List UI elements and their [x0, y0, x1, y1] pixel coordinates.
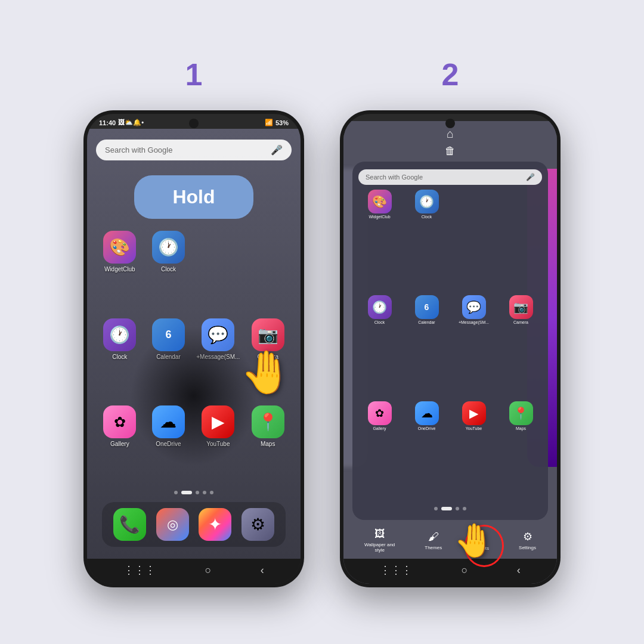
p2-calendar-label: Calendar: [418, 320, 435, 324]
themes-label: Themes: [425, 545, 442, 550]
dock-photos[interactable]: ✦: [196, 508, 234, 541]
bottom-menu: 🖼 Wallpaper andstyle 🖌 Themes ⊞ Widgets: [349, 523, 551, 556]
p2-clock-icon-2: 🕐: [368, 295, 392, 319]
dock-dots-1: [96, 486, 292, 499]
phone-2: ⌂ 🗑 Search with Google 🎤: [340, 110, 561, 587]
p2-maps-icon: 📍: [509, 401, 533, 425]
time-display: 11:40: [99, 119, 116, 126]
p2-gallery-icon: ✿: [368, 401, 392, 425]
dock-settings[interactable]: ⚙: [239, 508, 277, 541]
p2-clock-1[interactable]: 🕐 Clock: [405, 190, 448, 290]
step-2-number: 2: [442, 57, 459, 92]
dot-1: [174, 491, 178, 494]
hold-button[interactable]: Hold: [134, 175, 253, 219]
app-onedrive[interactable]: ☁ OneDrive: [148, 405, 190, 486]
p2-youtube[interactable]: ▶ YouTube: [453, 401, 495, 502]
settings-icon: ⚙: [242, 508, 274, 541]
nav-home-icon-2: ○: [462, 564, 468, 577]
widgetclub-label: WidgetClub: [104, 266, 135, 273]
calendar-icon: 6: [152, 318, 185, 351]
p2-onedrive[interactable]: ☁ OneDrive: [405, 401, 448, 502]
message-icon: 💬: [202, 318, 234, 351]
nav-home-icon: ○: [205, 564, 212, 577]
home-icon-2: ⌂: [349, 127, 551, 141]
app-youtube[interactable]: ▶ YouTube: [196, 405, 240, 486]
app-calendar[interactable]: 6 Calendar: [148, 318, 190, 399]
dot-5: [210, 491, 213, 494]
menu-settings[interactable]: ⚙ Settings: [519, 530, 536, 550]
status-right-1: 📶 53%: [265, 119, 289, 126]
trash-icon[interactable]: 🗑: [349, 145, 551, 157]
home-screen-1: Search with Google 🎤 Hold 🎨 WidgetClub: [87, 129, 301, 559]
phone-2-home: ⌂ 🗑 Search with Google 🎤: [343, 121, 557, 559]
search-bar-1[interactable]: Search with Google 🎤: [96, 140, 292, 160]
p2-message[interactable]: 💬 +Message(SM...: [453, 295, 495, 396]
search-text-1: Search with Google: [105, 145, 172, 154]
step-1: 1 11:40 🖼⛅🔔• 📶 53%: [83, 57, 304, 587]
p2-youtube-label: YouTube: [466, 426, 482, 431]
dot-2: [181, 491, 192, 494]
message-label: +Message(SM...: [196, 354, 240, 360]
dock-chrome[interactable]: ◎: [154, 508, 192, 541]
p2-onedrive-label: OneDrive: [418, 426, 436, 431]
nav-menu-icon: ⋮⋮⋮: [123, 564, 156, 577]
maps-icon: 📍: [252, 405, 284, 438]
battery-text: 53%: [275, 119, 289, 126]
search-text-2: Search with Google: [366, 174, 423, 181]
search-bar-2[interactable]: Search with Google 🎤: [358, 169, 542, 185]
notification-icons: 🖼⛅🔔•: [118, 119, 144, 126]
app-widgetclub[interactable]: 🎨 WidgetClub: [99, 231, 141, 311]
p2-app-grid: 🎨 WidgetClub 🕐 Clock 🕐: [358, 190, 542, 502]
dock-1: 📞 ◎ ✦ ⚙: [102, 502, 286, 547]
p2-gallery-label: Gallery: [373, 426, 386, 431]
nav-back-icon-2: ‹: [517, 564, 521, 577]
menu-wallpaper[interactable]: 🖼 Wallpaper andstyle: [364, 528, 395, 553]
app-clock-2[interactable]: 🕐 Clock: [99, 318, 141, 399]
youtube-label: YouTube: [206, 441, 230, 447]
calendar-label: Calendar: [156, 354, 181, 360]
step-2-header: 2: [442, 57, 459, 98]
step-2: 2 ⌂ 🗑: [340, 57, 561, 587]
photos-icon: ✦: [199, 508, 231, 541]
nav-back-icon: ‹: [261, 564, 264, 577]
menu-themes[interactable]: 🖌 Themes: [425, 531, 442, 550]
app-maps[interactable]: 📍 Maps: [247, 405, 289, 486]
status-left-1: 11:40 🖼⛅🔔•: [99, 119, 144, 126]
p2-camera[interactable]: 📷 Camera: [500, 295, 542, 396]
p2-message-icon: 💬: [462, 295, 486, 319]
p2-calendar[interactable]: 6 Calendar: [405, 295, 448, 396]
wallpaper-label: Wallpaper andstyle: [364, 542, 395, 553]
widgetclub-icon: 🎨: [103, 231, 136, 264]
onedrive-label: OneDrive: [156, 441, 181, 447]
phone-1-notch: [189, 119, 199, 128]
themes-icon: 🖌: [428, 531, 439, 543]
dot2-3: [456, 507, 459, 510]
p2-clock-2[interactable]: 🕐 Clock: [358, 295, 401, 396]
clock-icon-2: 🕐: [103, 318, 136, 351]
maps-label: Maps: [261, 441, 275, 447]
hand-cursor-2: 🤚: [454, 521, 495, 560]
p2-clock-icon-1: 🕐: [415, 190, 439, 213]
app-clock-1[interactable]: 🕐 Clock: [148, 231, 190, 311]
dock-phone[interactable]: 📞: [111, 508, 149, 541]
dot-4: [203, 491, 206, 494]
menu-widgets[interactable]: ⊞ Widgets 🤚: [472, 530, 489, 551]
youtube-icon: ▶: [202, 405, 234, 438]
p2-gallery[interactable]: ✿ Gallery: [358, 401, 401, 502]
p2-maps-label: Maps: [516, 426, 526, 431]
app-gallery[interactable]: ✿ Gallery: [99, 405, 141, 486]
p2-widgetclub[interactable]: 🎨 WidgetClub: [358, 190, 401, 290]
clock-icon-1: 🕐: [152, 231, 185, 264]
app-message[interactable]: 💬 +Message(SM...: [196, 318, 240, 399]
mic-icon-2: 🎤: [526, 173, 535, 181]
main-container: 1 11:40 🖼⛅🔔• 📶 53%: [0, 0, 644, 644]
chrome-icon: ◎: [156, 508, 189, 541]
gallery-icon: ✿: [103, 405, 136, 438]
p2-widgetclub-icon: 🎨: [368, 190, 392, 213]
p2-maps[interactable]: 📍 Maps: [500, 401, 542, 502]
settings-menu-icon: ⚙: [523, 530, 532, 543]
p2-message-label: +Message(SM...: [459, 320, 489, 324]
dock-dots-2: [358, 502, 542, 515]
onedrive-icon: ☁: [152, 405, 185, 438]
p2-calendar-icon: 6: [415, 295, 439, 319]
